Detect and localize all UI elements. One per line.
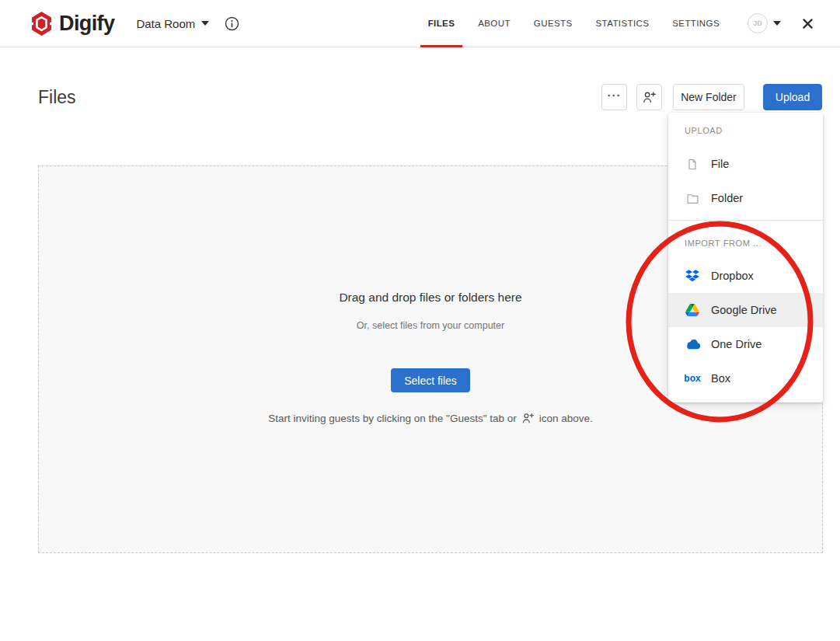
person-add-icon — [521, 412, 535, 425]
menu-item-dropbox[interactable]: Dropbox — [668, 259, 823, 293]
new-folder-button[interactable]: New Folder — [673, 84, 744, 110]
select-files-button[interactable]: Select files — [391, 368, 470, 392]
file-icon — [685, 158, 700, 171]
invite-guests-hint: Start inviting guests by clicking on the… — [268, 412, 593, 425]
tab-statistics[interactable]: STATISTICS — [596, 0, 650, 47]
digify-logo-icon — [31, 12, 52, 36]
workspace-selector[interactable]: Data Room — [136, 17, 209, 30]
tab-guests-label: GUESTS — [534, 19, 573, 28]
tab-statistics-label: STATISTICS — [596, 19, 650, 28]
dropbox-icon — [685, 270, 700, 282]
tab-settings-label: SETTINGS — [672, 19, 720, 28]
hint-suffix: icon above. — [539, 413, 593, 424]
menu-item-folder[interactable]: Folder — [668, 181, 823, 215]
page-title: Files — [38, 87, 76, 108]
tab-files[interactable]: FILES — [428, 0, 455, 47]
tab-guests[interactable]: GUESTS — [534, 0, 573, 47]
more-options-button[interactable]: ··· — [601, 84, 627, 110]
user-menu[interactable]: JD — [748, 13, 781, 33]
menu-item-label: Dropbox — [711, 270, 754, 282]
menu-item-label: Box — [711, 372, 730, 385]
menu-item-box[interactable]: box Box — [668, 361, 823, 395]
dropzone-or-text: Or, select files from your computer — [357, 320, 504, 331]
chevron-down-icon — [201, 21, 209, 26]
google-drive-icon — [685, 304, 700, 316]
menu-item-label: Folder — [711, 192, 743, 204]
folder-icon — [685, 193, 700, 204]
invite-guest-button[interactable] — [636, 84, 662, 110]
menu-divider — [668, 220, 823, 221]
upload-button[interactable]: Upload — [763, 84, 822, 110]
files-toolbar: Files ··· New Folder Upload — [38, 84, 822, 110]
hint-prefix: Start inviting guests by clicking on the… — [268, 413, 517, 424]
menu-item-google-drive[interactable]: Google Drive — [668, 293, 823, 327]
close-icon[interactable] — [801, 17, 814, 30]
chevron-down-icon — [773, 21, 781, 26]
menu-item-label: One Drive — [711, 338, 762, 350]
dropzone-drag-text: Drag and drop files or folders here — [339, 291, 521, 305]
onedrive-icon — [685, 339, 700, 350]
tab-settings[interactable]: SETTINGS — [672, 0, 720, 47]
workspace-label: Data Room — [136, 17, 195, 30]
tab-about-label: ABOUT — [478, 19, 511, 28]
box-icon: box — [685, 373, 700, 384]
menu-item-file[interactable]: File — [668, 147, 823, 181]
menu-section-import: IMPORT FROM ... — [668, 233, 823, 253]
info-icon[interactable] — [225, 16, 239, 31]
digify-logo: Digify — [31, 12, 114, 36]
app-header: Digify Data Room FILES ABOUT GUESTS STAT… — [0, 0, 840, 47]
menu-item-label: Google Drive — [711, 304, 777, 316]
menu-section-upload: UPLOAD — [668, 120, 823, 141]
tab-files-label: FILES — [428, 19, 455, 28]
main-nav: FILES ABOUT GUESTS STATISTICS SETTINGS J… — [428, 0, 814, 47]
tab-about[interactable]: ABOUT — [478, 0, 511, 47]
avatar: JD — [748, 13, 768, 33]
menu-item-one-drive[interactable]: One Drive — [668, 327, 823, 361]
upload-dropdown-menu: UPLOAD File Folder IMPORT FROM ... — [668, 113, 823, 402]
menu-item-label: File — [711, 158, 729, 170]
brand-name: Digify — [59, 12, 114, 36]
toolbar-buttons: ··· New Folder Upload — [601, 84, 822, 110]
person-add-icon — [642, 90, 657, 105]
